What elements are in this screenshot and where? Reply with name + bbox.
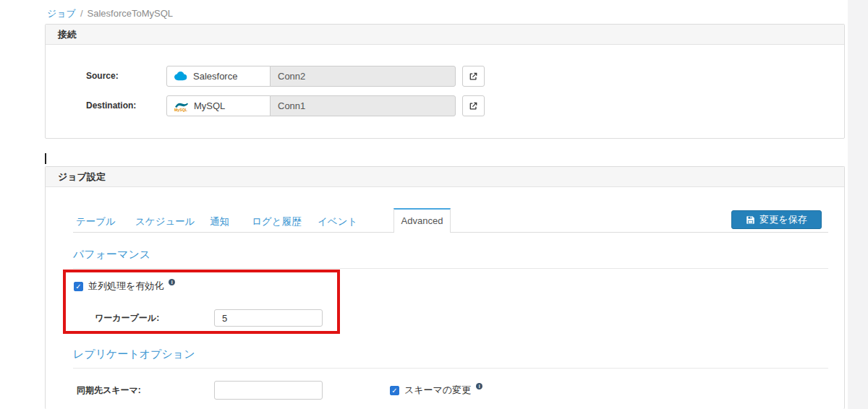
source-label: Source: (86, 66, 119, 87)
source-connector-name: Salesforce (193, 71, 237, 82)
destination-connector-select[interactable]: MySQL MySQL (166, 95, 271, 116)
replicate-options-section-title: レプリケートオプション (73, 348, 828, 369)
destination-row: Destination: MySQL MySQL (46, 95, 844, 116)
external-link-icon (469, 101, 478, 111)
parallel-processing-row: 並列処理を有効化 i (74, 280, 175, 292)
tab-advanced[interactable]: Advanced (393, 208, 451, 233)
schema-changes-checkbox[interactable] (390, 386, 399, 395)
info-icon[interactable]: i (476, 383, 482, 389)
text-cursor-artifact (45, 153, 46, 164)
tabs-underline (73, 232, 828, 233)
svg-text:MySQL: MySQL (174, 107, 188, 111)
mysql-dolphin-icon: MySQL (173, 100, 189, 112)
tab-tables[interactable]: テーブル (76, 211, 116, 232)
destination-label: Destination: (86, 95, 136, 116)
breadcrumb: ジョブ/SalesforceToMySQL (47, 7, 173, 20)
save-floppy-icon (746, 215, 755, 225)
source-open-connection-button[interactable] (462, 66, 485, 87)
tab-logs-history[interactable]: ログと履歴 (252, 211, 301, 232)
salesforce-cloud-icon (173, 71, 188, 82)
save-changes-label: 変更を保存 (760, 213, 807, 226)
destination-connection-input (270, 95, 456, 116)
page-edge-strip (848, 0, 868, 409)
job-settings-panel: ジョブ設定 テーブル スケジュール 通知 ログと履歴 イベント Advanced… (45, 166, 845, 409)
breadcrumb-current: SalesforceToMySQL (88, 8, 174, 19)
schema-changes-row: スキーマの変更 i (390, 384, 482, 396)
tab-notifications[interactable]: 通知 (210, 211, 229, 232)
parallel-processing-checkbox[interactable] (74, 282, 83, 291)
source-connector-select[interactable]: Salesforce (166, 66, 271, 87)
tab-schedule[interactable]: スケジュール (135, 211, 195, 232)
parallel-processing-label: 並列処理を有効化 (88, 280, 163, 293)
target-schema-label: 同期先スキーマ: (77, 381, 141, 400)
breadcrumb-separator: / (80, 8, 83, 19)
connection-panel: 接続 Source: Salesforce Destination: MySQL… (45, 24, 845, 139)
target-schema-input[interactable] (214, 381, 323, 400)
info-icon[interactable]: i (169, 279, 175, 285)
performance-section-title: パフォーマンス (73, 248, 828, 269)
worker-pool-label: ワーカープール: (95, 309, 159, 327)
source-connection-input (270, 66, 456, 87)
destination-connector-name: MySQL (194, 100, 225, 111)
connection-panel-title: 接続 (46, 25, 844, 45)
destination-open-connection-button[interactable] (462, 95, 485, 116)
save-changes-button[interactable]: 変更を保存 (731, 210, 822, 229)
tab-events[interactable]: イベント (318, 211, 357, 232)
source-row: Source: Salesforce (46, 66, 844, 87)
worker-pool-input[interactable] (214, 309, 323, 327)
job-settings-panel-title: ジョブ設定 (46, 167, 844, 187)
breadcrumb-jobs-link[interactable]: ジョブ (47, 8, 76, 19)
schema-changes-label: スキーマの変更 (404, 384, 471, 397)
external-link-icon (469, 72, 478, 81)
